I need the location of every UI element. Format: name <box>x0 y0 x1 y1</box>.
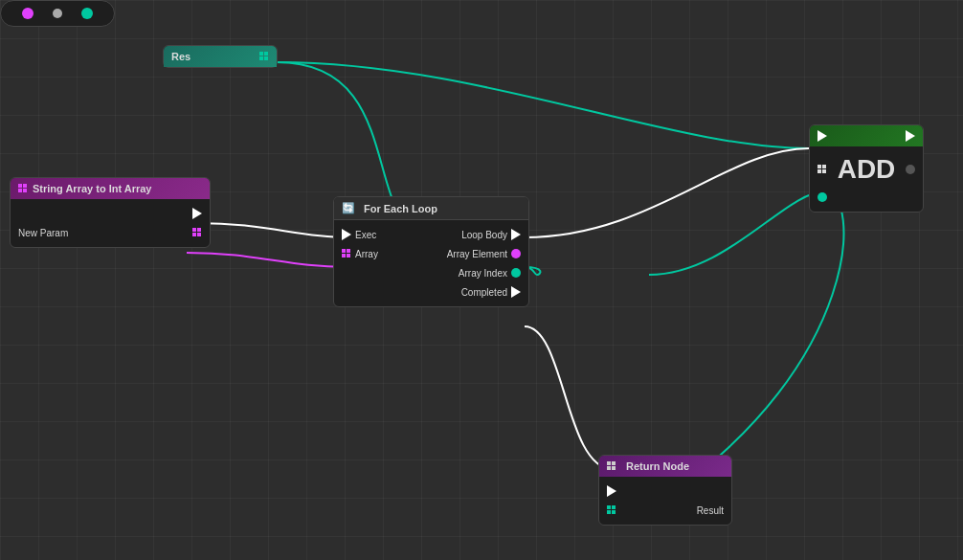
string-array-title: String Array to Int Array <box>33 183 152 194</box>
return-icon <box>607 461 616 471</box>
foreach-arrayindex-row: Array Index <box>334 263 528 282</box>
add-header <box>810 125 923 146</box>
string-array-node[interactable]: String Array to Int Array New Param <box>10 177 211 248</box>
foreach-loopbody-label: Loop Body <box>461 230 507 240</box>
string-array-body: New Param <box>11 199 210 247</box>
foreach-body: Exec Loop Body Array Array Element <box>334 220 528 306</box>
return-result-pin[interactable] <box>607 505 616 515</box>
foreach-node[interactable]: 🔄 For Each Loop Exec Loop Body <box>333 196 529 307</box>
string-array-header: String Array to Int Array <box>11 178 210 199</box>
res-grid-pin <box>259 52 269 61</box>
add-exec-in[interactable] <box>817 130 827 142</box>
res-node-header: Res <box>164 46 277 67</box>
add-label: ADD <box>833 154 901 185</box>
foreach-exec-in[interactable] <box>342 229 351 240</box>
return-node[interactable]: Return Node Result <box>598 455 732 526</box>
return-result-row: Result <box>599 501 731 520</box>
return-title: Return Node <box>626 460 689 472</box>
add-teal-row <box>810 188 923 207</box>
new-param-pin[interactable] <box>192 228 202 237</box>
return-body: Result <box>599 477 731 525</box>
add-label-row: ADD <box>810 151 923 188</box>
foreach-completed-label: Completed <box>461 287 507 298</box>
res-title: Res <box>171 51 190 62</box>
res-node[interactable]: Res <box>163 45 278 68</box>
foreach-array-label: Array <box>355 249 378 259</box>
add-grid-in[interactable] <box>817 165 827 174</box>
string-array-param-row: New Param <box>11 223 210 242</box>
foreach-array-in[interactable] <box>342 249 351 258</box>
foreach-title: For Each Loop <box>364 203 437 214</box>
add-teal-in[interactable] <box>817 192 827 202</box>
add-body: ADD <box>810 146 923 212</box>
add-node[interactable]: ADD <box>809 124 924 213</box>
blueprint-canvas[interactable]: Res String Array to Int Array New Param <box>0 0 963 560</box>
return-exec-in[interactable] <box>607 485 616 497</box>
return-result-label: Result <box>697 505 724 516</box>
foreach-array-row: Array Array Element <box>334 244 528 263</box>
foreach-exec-label: Exec <box>355 230 376 240</box>
foreach-arrayindex-label: Array Index <box>459 268 507 279</box>
return-header: Return Node <box>599 456 731 477</box>
connector-node[interactable] <box>0 0 115 27</box>
string-array-icon <box>18 184 28 193</box>
foreach-completed-row: Completed <box>334 282 528 302</box>
string-array-exec-row <box>11 204 210 223</box>
foreach-completed-out[interactable] <box>511 286 521 298</box>
foreach-arrayelement-label: Array Element <box>447 249 507 259</box>
new-param-label: New Param <box>18 228 68 238</box>
connector-pin-mid[interactable] <box>53 9 62 18</box>
add-pin-out[interactable] <box>906 165 915 174</box>
foreach-icon: 🔄 <box>342 202 355 214</box>
return-exec-row <box>599 482 731 501</box>
add-exec-out[interactable] <box>906 130 915 142</box>
foreach-arrayindex-out[interactable] <box>511 268 521 278</box>
foreach-header: 🔄 For Each Loop <box>334 197 528 220</box>
connector-pin-right[interactable] <box>81 8 93 19</box>
string-array-exec-out[interactable] <box>192 208 202 219</box>
foreach-arrayelement-out[interactable] <box>511 249 521 258</box>
connector-pin-left[interactable] <box>22 8 34 19</box>
foreach-exec-row: Exec Loop Body <box>334 225 528 244</box>
foreach-loopbody-out[interactable] <box>511 229 521 240</box>
